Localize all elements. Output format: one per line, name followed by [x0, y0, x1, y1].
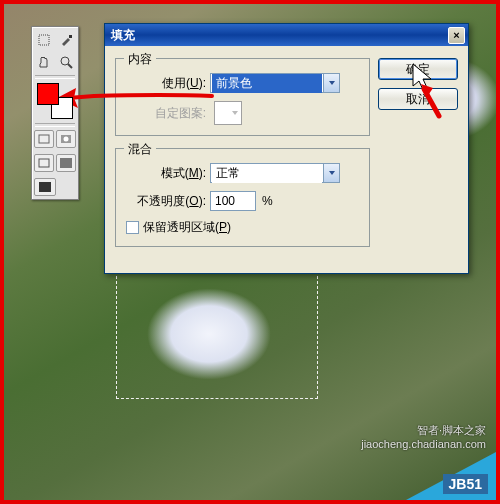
separator	[35, 75, 75, 79]
zoom-tool[interactable]	[55, 51, 77, 73]
magnifier-icon	[59, 55, 73, 69]
use-label: 使用(U):	[126, 75, 210, 92]
svg-point-6	[64, 137, 69, 142]
standard-mode-icon	[37, 133, 51, 145]
quickmask-mode[interactable]	[56, 130, 76, 148]
foreground-swatch[interactable]	[37, 83, 59, 105]
content-group: 内容 使用(U): 前景色 自定图案:	[115, 58, 370, 136]
eyedropper-icon	[59, 33, 73, 47]
screen-mode-1[interactable]	[34, 154, 54, 172]
chevron-down-icon	[328, 79, 336, 87]
window-icon	[37, 157, 51, 169]
close-button[interactable]: ×	[448, 27, 465, 44]
close-icon: ×	[453, 29, 459, 41]
color-swatches	[33, 81, 77, 121]
svg-rect-7	[39, 159, 49, 167]
pattern-label: 自定图案:	[126, 105, 210, 122]
svg-rect-8	[60, 158, 72, 168]
content-legend: 内容	[124, 51, 156, 68]
opacity-label: 不透明度(O):	[126, 193, 210, 210]
preserve-transparency-checkbox[interactable]	[126, 221, 139, 234]
svg-line-3	[68, 64, 72, 68]
separator	[35, 123, 75, 127]
cancel-button[interactable]: 取消	[378, 88, 458, 110]
marquee-icon	[37, 33, 51, 47]
mode-dropdown[interactable]: 正常	[210, 163, 340, 183]
svg-rect-4	[39, 135, 49, 143]
standard-mode[interactable]	[34, 130, 54, 148]
rect-marquee-tool[interactable]	[33, 29, 55, 51]
quickmask-icon	[59, 133, 73, 145]
blend-group: 混合 模式(M): 正常 不透明度(O):	[115, 148, 370, 247]
chevron-down-icon	[231, 109, 239, 117]
opacity-value: 100	[215, 194, 235, 208]
svg-rect-0	[39, 35, 49, 45]
blend-legend: 混合	[124, 141, 156, 158]
preserve-transparency-label: 保留透明区域(P)	[143, 219, 231, 236]
mode-value: 正常	[212, 164, 322, 183]
use-dropdown-button[interactable]	[323, 74, 339, 92]
screen-mode-3[interactable]	[34, 178, 56, 196]
opacity-input[interactable]: 100	[210, 191, 256, 211]
tool-palette	[31, 26, 79, 200]
mode-label: 模式(M):	[126, 165, 210, 182]
pattern-picker	[214, 101, 242, 125]
mode-dropdown-button[interactable]	[323, 164, 339, 182]
eyedropper-tool[interactable]	[55, 29, 77, 51]
chevron-down-icon	[328, 169, 336, 177]
watermark-corner: JB51	[401, 425, 496, 500]
use-value: 前景色	[212, 74, 322, 93]
hand-tool[interactable]	[33, 51, 55, 73]
fullscreen-menu-icon	[59, 157, 73, 169]
cancel-label: 取消	[406, 91, 430, 108]
screen-mode-2[interactable]	[56, 154, 76, 172]
ok-label: 确定	[406, 61, 430, 78]
fill-dialog: 填充 × 内容 使用(U): 前景色	[104, 23, 469, 274]
use-dropdown[interactable]: 前景色	[210, 73, 340, 93]
svg-point-2	[61, 57, 69, 65]
opacity-unit: %	[262, 194, 273, 208]
titlebar[interactable]: 填充 ×	[105, 24, 468, 46]
svg-rect-9	[39, 182, 51, 192]
dialog-title: 填充	[111, 27, 448, 44]
svg-rect-1	[69, 35, 72, 38]
ok-button[interactable]: 确定	[378, 58, 458, 80]
fullscreen-icon	[38, 181, 52, 193]
hand-icon	[37, 55, 51, 69]
